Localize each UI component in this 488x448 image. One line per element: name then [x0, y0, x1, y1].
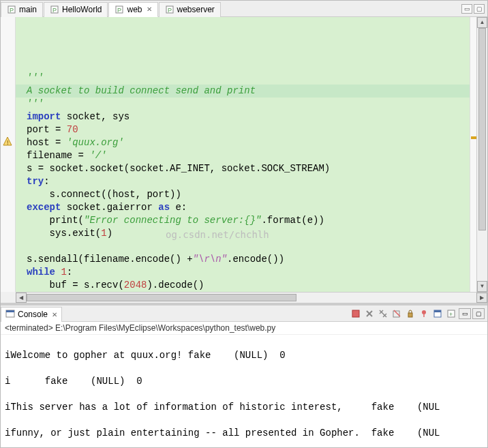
- pin-console-button[interactable]: [418, 308, 430, 319]
- display-selected-button[interactable]: [431, 308, 444, 319]
- svg-text:P: P: [117, 7, 121, 14]
- console-status: <terminated> E:\Program Files\MyEclipse\…: [1, 322, 487, 335]
- svg-text:P: P: [168, 7, 172, 14]
- tab-web[interactable]: P web ✕: [108, 2, 157, 17]
- scroll-lock-button[interactable]: [404, 308, 416, 319]
- svg-text:P: P: [10, 7, 14, 14]
- editor-body: ! − ''' A socket to build connect send a…: [1, 17, 487, 292]
- console-tab[interactable]: Console ✕: [1, 307, 62, 322]
- remove-launch-button[interactable]: [363, 308, 376, 319]
- pane-controls: ▭ ▢: [461, 4, 487, 14]
- console-toolbar: + ▭ ▢: [350, 308, 487, 319]
- scroll-thumb[interactable]: [478, 28, 486, 230]
- python-file-icon: P: [50, 5, 59, 14]
- vertical-scrollbar[interactable]: ▲ ▼: [476, 17, 487, 292]
- tab-helloworld[interactable]: P HelloWorld: [44, 2, 108, 17]
- tab-label: main: [19, 5, 37, 14]
- maximize-button[interactable]: ▢: [472, 308, 485, 319]
- svg-rect-25: [434, 310, 441, 312]
- code-editor[interactable]: ''' A socket to build connect send and p…: [16, 17, 470, 292]
- gutter[interactable]: !: [1, 17, 16, 292]
- tab-label: webserver: [177, 5, 215, 14]
- clear-console-button[interactable]: [391, 308, 403, 319]
- warning-marker[interactable]: [471, 136, 476, 139]
- open-console-button[interactable]: +: [445, 308, 457, 319]
- tab-main[interactable]: P main: [1, 2, 43, 17]
- close-icon[interactable]: ✕: [147, 5, 152, 13]
- svg-rect-21: [408, 313, 412, 317]
- tab-label: web: [127, 5, 142, 14]
- warning-icon[interactable]: !: [3, 136, 12, 146]
- maximize-button[interactable]: ▢: [474, 4, 485, 14]
- tab-label: HelloWorld: [62, 5, 102, 14]
- console-output[interactable]: iWelcome to gopher at quux.org! fake (NU…: [1, 335, 487, 448]
- scroll-right-arrow[interactable]: ▶: [476, 293, 487, 303]
- python-file-icon: P: [165, 5, 174, 14]
- horizontal-scrollbar[interactable]: ◀ ▶: [16, 292, 487, 303]
- scroll-down-arrow[interactable]: ▼: [477, 281, 487, 292]
- close-icon[interactable]: ✕: [52, 311, 57, 318]
- svg-point-22: [422, 310, 426, 314]
- console-tab-label: Console: [18, 310, 48, 319]
- console-pane: Console ✕ + ▭ ▢ <terminated> E:\Program …: [1, 305, 487, 448]
- svg-rect-19: [393, 311, 399, 317]
- overview-ruler[interactable]: [470, 17, 476, 292]
- svg-rect-12: [352, 310, 359, 317]
- minimize-button[interactable]: ▭: [461, 4, 472, 14]
- scroll-thumb[interactable]: [27, 294, 296, 301]
- editor-pane: P main P HelloWorld P web ✕ P webserver …: [1, 1, 487, 305]
- scroll-left-arrow[interactable]: ◀: [16, 293, 27, 303]
- minimize-button[interactable]: ▭: [459, 308, 471, 319]
- scroll-up-arrow[interactable]: ▲: [477, 17, 487, 28]
- console-icon: [5, 309, 15, 320]
- console-tab-bar: Console ✕ + ▭ ▢: [1, 305, 487, 322]
- python-file-icon: P: [115, 5, 124, 14]
- svg-text:!: !: [7, 139, 9, 146]
- editor-tab-bar: P main P HelloWorld P web ✕ P webserver …: [1, 1, 487, 17]
- python-file-icon: P: [7, 5, 16, 14]
- remove-all-button[interactable]: [377, 308, 389, 319]
- svg-text:+: +: [449, 311, 453, 318]
- svg-rect-11: [6, 310, 14, 312]
- tab-webserver[interactable]: P webserver: [159, 2, 221, 17]
- svg-text:P: P: [52, 7, 57, 14]
- terminate-button[interactable]: [350, 308, 362, 319]
